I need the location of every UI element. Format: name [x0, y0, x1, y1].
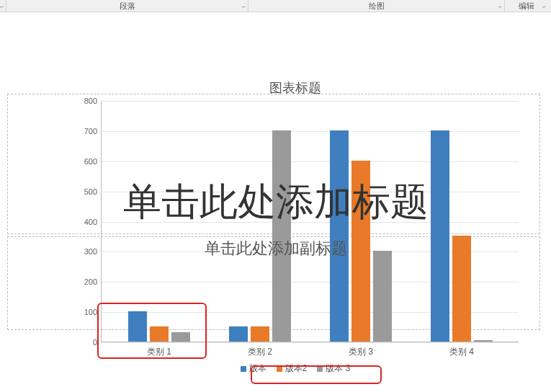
legend-swatch-icon — [241, 366, 246, 372]
bar-版本 3[interactable] — [272, 130, 291, 342]
y-tick-label: 700 — [84, 127, 97, 135]
legend-item[interactable]: 版本 3 — [317, 362, 350, 375]
bar-版本2[interactable] — [251, 326, 269, 342]
x-tick-label: 类别 4 — [418, 346, 505, 358]
x-tick-label: 类别 1 — [116, 346, 202, 358]
ribbon-group-label: 绘图 — [369, 1, 385, 12]
bar-group[interactable]: 类别 4 — [418, 130, 505, 342]
bar-版本[interactable] — [330, 130, 349, 342]
ribbon-group-row: ⌐段落⌐绘图⌐编辑⌐ — [0, 0, 551, 12]
y-tick-label: 200 — [84, 277, 97, 286]
ribbon-group-label: 段落 — [120, 1, 135, 12]
legend-label: 版本2 — [285, 362, 308, 375]
subtitle-placeholder-text[interactable]: 单击此处添加副标题 — [0, 238, 551, 259]
y-tick-label: 0 — [93, 338, 97, 347]
y-tick-label: 100 — [84, 308, 97, 316]
legend-item[interactable]: 版本2 — [277, 362, 308, 375]
x-tick-label: 类别 2 — [217, 346, 303, 358]
ribbon-group-编辑[interactable]: 编辑⌐ — [505, 0, 548, 12]
bar-版本[interactable] — [128, 311, 147, 342]
gridline — [102, 342, 519, 343]
title-placeholder-text[interactable]: 单击此处添加标题 — [0, 177, 551, 228]
legend-label: 版本 — [249, 362, 266, 375]
ribbon-group-段落[interactable]: 段落⌐ — [6, 0, 248, 12]
chart-title[interactable]: 图表标题 — [58, 79, 533, 97]
dialog-launcher-icon[interactable]: ⌐ — [0, 4, 4, 10]
legend-swatch-icon — [317, 366, 323, 372]
ribbon-group-label: 编辑 — [519, 1, 534, 12]
bar-版本[interactable] — [229, 326, 248, 342]
bar-版本2[interactable] — [150, 326, 169, 342]
ribbon-group-blank[interactable]: ⌐ — [0, 0, 6, 12]
dialog-launcher-icon[interactable]: ⌐ — [242, 4, 246, 10]
gridline — [102, 101, 519, 102]
bar-版本 3[interactable] — [171, 332, 190, 342]
x-tick-label: 类别 3 — [318, 346, 404, 358]
ribbon-group-绘图[interactable]: 绘图⌐ — [248, 0, 504, 12]
y-tick-label: 600 — [84, 157, 97, 166]
bar-group[interactable]: 类别 3 — [318, 130, 404, 342]
chart-legend[interactable]: 版本版本2版本 3 — [58, 362, 533, 375]
dialog-launcher-icon[interactable]: ⌐ — [542, 4, 546, 10]
bar-版本[interactable] — [431, 130, 449, 342]
y-tick-label: 800 — [84, 97, 97, 105]
bar-group[interactable]: 类别 1 — [116, 311, 202, 342]
legend-label: 版本 3 — [326, 362, 350, 375]
dialog-launcher-icon[interactable]: ⌐ — [498, 4, 502, 10]
legend-swatch-icon — [277, 366, 282, 372]
legend-item[interactable]: 版本 — [241, 362, 266, 375]
bar-group[interactable]: 类别 2 — [217, 130, 303, 342]
bar-版本 3[interactable] — [474, 340, 493, 342]
bar-版本 3[interactable] — [373, 251, 392, 342]
